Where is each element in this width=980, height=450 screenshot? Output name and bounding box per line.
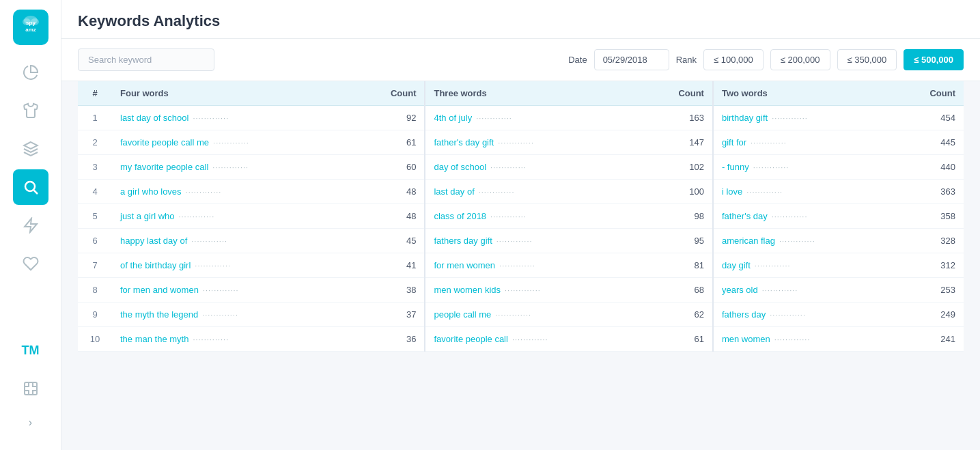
four-words-cell: happy last day of ············· <box>112 229 377 253</box>
four-words-link[interactable]: the myth the legend <box>120 309 198 320</box>
three-words-link[interactable]: last day of <box>434 186 474 197</box>
sidebar-item-analytics[interactable] <box>13 55 48 90</box>
two-words-link[interactable]: father's day <box>722 211 768 221</box>
col-header-three-count: Count <box>665 81 713 106</box>
two-words-link[interactable]: - funny <box>722 162 749 172</box>
four-words-cell: the man the myth ············· <box>112 327 377 352</box>
three-words-link[interactable]: father's day gift <box>434 137 494 147</box>
row-num: 4 <box>78 180 112 204</box>
sidebar-item-keywords[interactable] <box>13 169 48 205</box>
three-words-link[interactable]: favorite people call <box>434 334 507 344</box>
table-row: 8 for men and women ············· 38 men… <box>78 278 964 303</box>
date-input[interactable] <box>594 49 669 70</box>
three-count-cell: 95 <box>665 229 713 253</box>
two-count-cell: 241 <box>916 327 964 352</box>
four-count-cell: 61 <box>377 130 425 155</box>
four-words-cell: of the birthday girl ············· <box>112 253 377 278</box>
svg-point-7 <box>25 182 35 191</box>
two-words-link[interactable]: years old <box>722 285 758 295</box>
four-words-link[interactable]: my favorite people call <box>120 162 208 172</box>
col-header-three-words: Three words <box>425 81 664 106</box>
svg-rect-10 <box>25 382 37 395</box>
col-header-four-words: Four words <box>112 81 377 106</box>
svg-point-5 <box>31 18 39 25</box>
two-words-link[interactable]: gift for <box>722 137 746 147</box>
row-num: 7 <box>78 253 112 278</box>
four-count-cell: 48 <box>377 204 425 229</box>
four-count-cell: 45 <box>377 229 425 253</box>
four-count-cell: 60 <box>377 155 425 180</box>
four-words-cell: just a girl who ············· <box>112 204 377 229</box>
main-content: Keywords Analytics Date Rank ≤ 100,000 ≤… <box>61 0 980 450</box>
three-words-link[interactable]: fathers day gift <box>434 236 492 246</box>
four-words-link[interactable]: last day of school <box>120 113 188 123</box>
four-words-link[interactable]: favorite people call me <box>120 137 209 147</box>
three-words-cell: for men women ············· <box>425 253 664 278</box>
rank-350k-button[interactable]: ≤ 350,000 <box>837 49 897 70</box>
four-words-cell: last day of school ············· <box>112 106 377 130</box>
two-words-link[interactable]: i love <box>722 186 742 197</box>
three-words-cell: fathers day gift ············· <box>425 229 664 253</box>
two-words-link[interactable]: day gift <box>722 260 751 270</box>
two-words-link[interactable]: american flag <box>722 236 775 246</box>
two-words-link[interactable]: fathers day <box>722 309 766 320</box>
two-words-cell: years old ············· <box>713 278 916 303</box>
four-words-link[interactable]: a girl who loves <box>120 186 182 197</box>
two-words-link[interactable]: birthday gift <box>722 113 768 123</box>
three-count-cell: 61 <box>665 327 713 352</box>
app-logo[interactable]: spy amz <box>10 7 51 48</box>
col-header-num: # <box>78 81 112 106</box>
two-words-cell: day gift ············· <box>713 253 916 278</box>
two-words-link[interactable]: men women <box>722 334 770 344</box>
row-num: 1 <box>78 106 112 130</box>
rank-label: Rank <box>676 55 697 65</box>
table-row: 5 just a girl who ············· 48 class… <box>78 204 964 229</box>
three-words-cell: last day of ············· <box>425 180 664 204</box>
four-count-cell: 48 <box>377 180 425 204</box>
four-count-cell: 37 <box>377 303 425 327</box>
three-words-link[interactable]: day of school <box>434 162 486 172</box>
two-count-cell: 358 <box>916 204 964 229</box>
three-count-cell: 98 <box>665 204 713 229</box>
two-words-cell: birthday gift ············· <box>713 106 916 130</box>
three-count-cell: 102 <box>665 155 713 180</box>
svg-point-4 <box>23 18 31 25</box>
three-words-cell: father's day gift ············· <box>425 130 664 155</box>
sidebar-item-chart-small[interactable] <box>13 371 48 406</box>
rank-100k-button[interactable]: ≤ 100,000 <box>703 49 764 70</box>
three-count-cell: 68 <box>665 278 713 303</box>
page-header: Keywords Analytics <box>61 0 980 39</box>
sidebar-item-tm[interactable]: TM <box>13 333 48 368</box>
four-words-cell: for men and women ············· <box>112 278 377 303</box>
svg-line-8 <box>33 191 38 195</box>
two-count-cell: 363 <box>916 180 964 204</box>
four-words-link[interactable]: for men and women <box>120 285 199 295</box>
four-count-cell: 92 <box>377 106 425 130</box>
page-title: Keywords Analytics <box>78 12 964 30</box>
rank-500k-button[interactable]: ≤ 500,000 <box>904 49 964 70</box>
two-words-cell: - funny ············· <box>713 155 916 180</box>
sidebar-item-products[interactable] <box>13 93 48 128</box>
three-words-link[interactable]: people call me <box>434 309 491 320</box>
table-container: # Four words Count Three words Count Two… <box>61 81 980 450</box>
sidebar-item-layers[interactable] <box>13 131 48 167</box>
svg-marker-6 <box>24 142 38 149</box>
table-row: 1 last day of school ············· 92 4t… <box>78 106 964 130</box>
four-words-link[interactable]: the man the myth <box>120 334 188 344</box>
four-words-link[interactable]: happy last day of <box>120 236 187 246</box>
three-words-link[interactable]: class of 2018 <box>434 211 486 221</box>
search-input[interactable] <box>78 48 214 71</box>
three-words-link[interactable]: for men women <box>434 260 495 270</box>
four-words-link[interactable]: just a girl who <box>120 211 174 221</box>
four-words-link[interactable]: of the birthday girl <box>120 260 191 270</box>
three-words-link[interactable]: 4th of july <box>434 113 472 123</box>
three-words-link[interactable]: men women kids <box>434 285 501 295</box>
row-num: 6 <box>78 229 112 253</box>
table-row: 6 happy last day of ············· 45 fat… <box>78 229 964 253</box>
two-words-cell: men women ············· <box>713 327 916 352</box>
sidebar-expand-button[interactable]: › <box>13 409 48 436</box>
sidebar-item-favorites[interactable] <box>13 246 48 281</box>
four-count-cell: 36 <box>377 327 425 352</box>
sidebar-item-trends[interactable] <box>13 208 48 243</box>
rank-200k-button[interactable]: ≤ 200,000 <box>770 49 830 70</box>
